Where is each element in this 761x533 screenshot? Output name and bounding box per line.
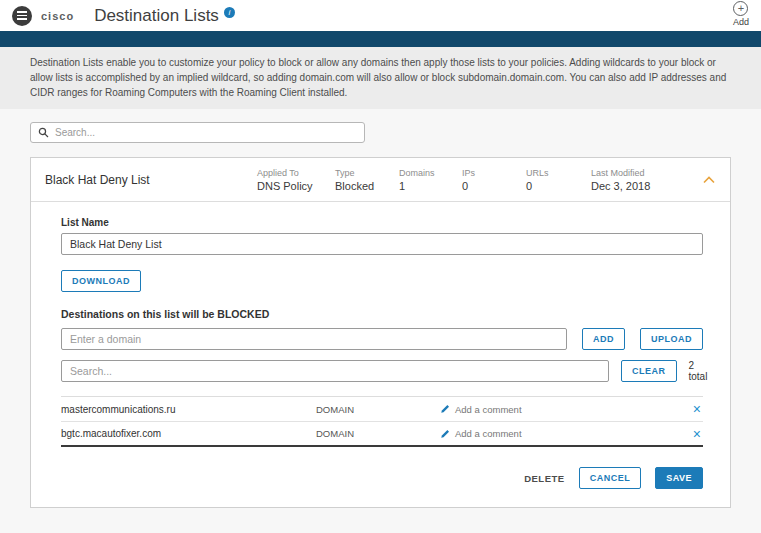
- col-type: Type Blocked: [335, 168, 399, 192]
- add-domain-button[interactable]: ADD: [582, 328, 625, 350]
- add-domain-row: ADD UPLOAD: [61, 328, 703, 350]
- info-icon[interactable]: i: [224, 7, 235, 18]
- search-icon: [38, 127, 49, 138]
- page-title: Destination Lists i: [94, 6, 235, 26]
- total-count: 2 total: [689, 360, 708, 382]
- download-button[interactable]: DOWNLOAD: [61, 270, 141, 292]
- col-urls: URLs 0: [526, 168, 591, 192]
- destinations-blocked-label: Destinations on this list will be BLOCKE…: [61, 308, 703, 320]
- type-cell: DOMAIN: [316, 404, 440, 415]
- col-domains: Domains 1: [399, 168, 462, 192]
- chevron-up-icon: [703, 176, 715, 184]
- col-applied-to: Applied To DNS Policy: [257, 168, 335, 192]
- table-row: bgtc.macautofixer.com DOMAIN Add a comme…: [61, 422, 703, 447]
- cancel-button[interactable]: CANCEL: [579, 467, 642, 489]
- delete-row-icon[interactable]: ×: [691, 427, 703, 441]
- table-row: mastercommunications.ru DOMAIN Add a com…: [61, 397, 703, 422]
- list-name: Black Hat Deny List: [45, 173, 257, 187]
- type-cell: DOMAIN: [316, 428, 440, 439]
- plus-icon: +: [733, 1, 748, 16]
- add-comment-button[interactable]: Add a comment: [440, 404, 522, 415]
- info-banner-text: Destination Lists enable you to customiz…: [30, 55, 731, 100]
- pencil-icon: [440, 429, 450, 439]
- enter-domain-input[interactable]: [61, 328, 567, 350]
- main-content: Black Hat Deny List Applied To DNS Polic…: [0, 122, 761, 508]
- list-summary-row[interactable]: Black Hat Deny List Applied To DNS Polic…: [31, 158, 730, 202]
- destination-list-card: Black Hat Deny List Applied To DNS Polic…: [30, 157, 731, 508]
- list-name-field-wrap: [61, 233, 703, 255]
- nav-bar: [0, 31, 761, 47]
- filter-field-wrap: [61, 360, 609, 382]
- add-button-label: Add: [733, 17, 749, 27]
- col-last-modified: Last Modified Dec 3, 2018: [591, 168, 701, 192]
- page: cisco Destination Lists i + Add Destinat…: [0, 0, 761, 533]
- clear-button[interactable]: CLEAR: [621, 360, 677, 382]
- pencil-icon: [440, 404, 450, 414]
- add-comment-button[interactable]: Add a comment: [440, 428, 522, 439]
- domain-field-wrap: [61, 328, 567, 350]
- hamburger-menu-icon[interactable]: [12, 6, 32, 26]
- collapse-button[interactable]: [701, 170, 717, 189]
- info-banner: Destination Lists enable you to customiz…: [0, 47, 761, 109]
- destination-cell: bgtc.macautofixer.com: [61, 428, 316, 439]
- top-header: cisco Destination Lists i + Add: [0, 0, 761, 31]
- delete-row-icon[interactable]: ×: [691, 402, 703, 416]
- list-name-input[interactable]: [61, 233, 703, 255]
- col-ips: IPs 0: [462, 168, 526, 192]
- cisco-logo: cisco: [41, 10, 74, 22]
- page-title-text: Destination Lists: [94, 6, 219, 26]
- global-search: [30, 122, 365, 143]
- destination-cell: mastercommunications.ru: [61, 404, 316, 415]
- filter-row: CLEAR 2 total: [61, 360, 703, 382]
- delete-button[interactable]: DELETE: [524, 473, 564, 484]
- save-button[interactable]: SAVE: [655, 467, 703, 489]
- list-name-label: List Name: [61, 217, 703, 228]
- destinations-table: mastercommunications.ru DOMAIN Add a com…: [61, 396, 703, 447]
- list-detail: List Name DOWNLOAD Destinations on this …: [31, 202, 730, 507]
- upload-button[interactable]: UPLOAD: [640, 328, 703, 350]
- add-button[interactable]: + Add: [733, 1, 749, 27]
- global-search-input[interactable]: [55, 127, 357, 138]
- card-footer-actions: DELETE CANCEL SAVE: [61, 467, 703, 489]
- filter-search-input[interactable]: [61, 360, 609, 382]
